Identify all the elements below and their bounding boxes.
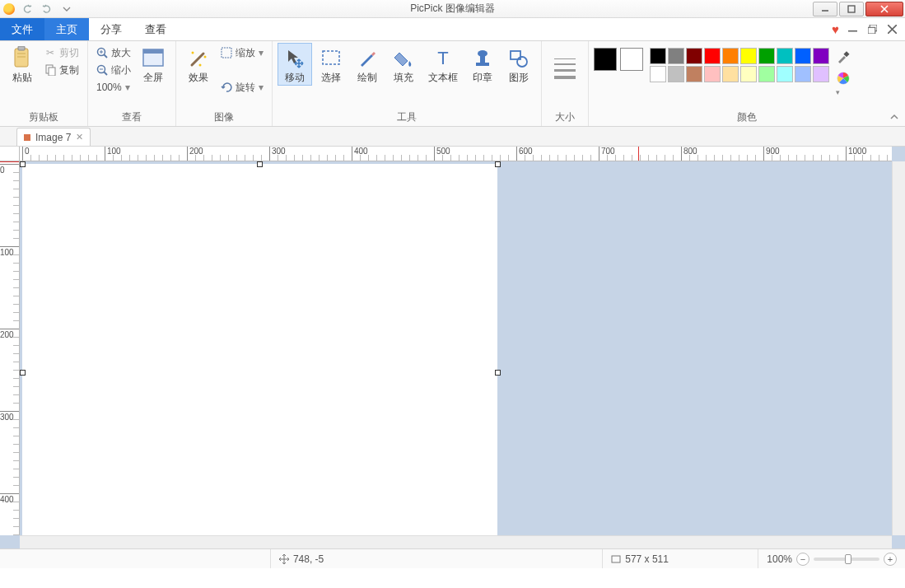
- palette-swatch[interactable]: [740, 48, 757, 64]
- svg-point-22: [199, 64, 202, 67]
- collapse-ribbon-button[interactable]: [889, 111, 900, 123]
- handle-nw[interactable]: [20, 161, 26, 167]
- resize-button[interactable]: 缩放 ▾: [217, 44, 267, 61]
- eyedropper-button[interactable]: [836, 49, 851, 64]
- palette-swatch[interactable]: [777, 66, 793, 82]
- svg-rect-1: [848, 6, 855, 12]
- close-button[interactable]: [865, 2, 903, 16]
- window-title: PicPick 图像编辑器: [0, 2, 905, 16]
- maximize-button[interactable]: [839, 2, 864, 16]
- qat-dropdown[interactable]: [59, 2, 74, 16]
- palette-swatch[interactable]: [722, 48, 739, 64]
- svg-point-21: [204, 56, 207, 58]
- ruler-horizontal[interactable]: 01002003004005006007008009001000: [20, 147, 892, 161]
- svg-point-30: [478, 50, 487, 57]
- palette-swatch[interactable]: [668, 48, 684, 64]
- ruler-vertical[interactable]: 0100200300400: [0, 161, 20, 535]
- zoom-100-button[interactable]: 100% ▾: [93, 79, 134, 96]
- dimensions-icon: [611, 554, 621, 564]
- zoom-out-btn[interactable]: −: [796, 553, 809, 566]
- tab-home[interactable]: 主页: [44, 18, 89, 40]
- svg-line-16: [104, 72, 107, 75]
- scrollbar-horizontal[interactable]: [20, 535, 892, 548]
- rotate-button[interactable]: 旋转 ▾: [217, 79, 267, 96]
- ribbon-tabs: 文件 主页 分享 查看 ♥: [0, 18, 905, 41]
- move-tool[interactable]: 移动: [278, 43, 312, 86]
- redo-button[interactable]: [40, 2, 54, 16]
- svg-rect-37: [612, 556, 620, 562]
- canvas[interactable]: [22, 164, 497, 535]
- shape-tool[interactable]: 图形: [501, 43, 536, 86]
- handle-e[interactable]: [495, 370, 501, 376]
- primary-color[interactable]: [594, 48, 617, 71]
- cut-button[interactable]: ✂剪切: [41, 44, 82, 61]
- palette-swatch[interactable]: [813, 66, 829, 82]
- paste-button[interactable]: 粘贴: [5, 43, 40, 86]
- svg-rect-33: [843, 51, 849, 57]
- effects-icon: [187, 47, 210, 70]
- app-close-button[interactable]: [885, 23, 898, 36]
- tab-share[interactable]: 分享: [89, 18, 133, 40]
- scrollbar-vertical[interactable]: [892, 161, 905, 535]
- group-image: 效果 缩放 ▾ 旋转 ▾ 图像: [176, 41, 273, 126]
- palette-swatch[interactable]: [795, 66, 811, 82]
- palette-swatch[interactable]: [686, 48, 702, 64]
- palette-swatch[interactable]: [777, 48, 793, 64]
- tab-close-button[interactable]: ✕: [76, 132, 83, 142]
- select-tool[interactable]: 选择: [314, 43, 348, 86]
- zoom-out-button[interactable]: 缩小: [93, 62, 134, 78]
- palette-swatch[interactable]: [795, 48, 811, 64]
- group-tools: 移动 选择 绘制 填充 T 文本框 印章: [273, 41, 542, 126]
- fullscreen-button[interactable]: 全屏: [136, 43, 170, 86]
- draw-tool[interactable]: 绘制: [350, 43, 385, 86]
- app-restore-button[interactable]: [865, 23, 879, 36]
- fill-tool[interactable]: 填充: [386, 43, 421, 86]
- palette-swatch[interactable]: [740, 66, 757, 82]
- undo-button[interactable]: [20, 2, 35, 16]
- color-wheel-button[interactable]: ▾: [836, 71, 851, 86]
- canvas-viewport[interactable]: [20, 161, 892, 535]
- text-tool[interactable]: T 文本框: [422, 43, 464, 86]
- palette-swatch[interactable]: [686, 66, 702, 82]
- palette-swatch[interactable]: [650, 48, 666, 64]
- handle-w[interactable]: [20, 370, 26, 376]
- stamp-tool[interactable]: 印章: [465, 43, 500, 86]
- copy-button[interactable]: 复制: [41, 62, 82, 78]
- zoom-in-btn[interactable]: +: [884, 553, 897, 566]
- palette-swatch[interactable]: [758, 48, 775, 64]
- palette-swatch[interactable]: [650, 66, 666, 82]
- zoom-slider-thumb[interactable]: [845, 554, 851, 564]
- status-dimensions: 577 x 511: [602, 549, 677, 568]
- svg-rect-7: [17, 53, 26, 54]
- palette-swatch[interactable]: [758, 66, 775, 82]
- zoom-in-button[interactable]: 放大: [93, 44, 134, 61]
- tab-view[interactable]: 查看: [133, 18, 178, 40]
- status-zoom: 100% − +: [758, 549, 905, 568]
- zoom-out-icon: [96, 64, 108, 76]
- effects-button[interactable]: 效果: [181, 43, 216, 86]
- palette-swatch[interactable]: [722, 66, 739, 82]
- palette-swatch[interactable]: [668, 66, 684, 82]
- line-size-button[interactable]: [547, 43, 583, 82]
- palette-swatch[interactable]: [704, 66, 721, 82]
- group-view: 放大 缩小 100% ▾ 全屏 查看: [88, 41, 176, 126]
- palette-swatch[interactable]: [704, 48, 721, 64]
- document-tab[interactable]: Image 7 ✕: [16, 128, 91, 146]
- svg-rect-26: [323, 51, 339, 64]
- heart-icon[interactable]: ♥: [832, 22, 839, 36]
- minimize-button[interactable]: [813, 2, 837, 16]
- palette-swatch[interactable]: [813, 48, 829, 64]
- svg-rect-19: [143, 49, 163, 54]
- handle-ne[interactable]: [495, 161, 501, 167]
- current-colors: [594, 48, 643, 71]
- app-minimize-button[interactable]: [846, 23, 859, 36]
- ribbon: 粘贴 ✂剪切 复制 剪贴板 放大 缩小 100% ▾ 全屏 查看: [0, 41, 905, 127]
- handle-n[interactable]: [257, 161, 263, 167]
- tab-file[interactable]: 文件: [0, 18, 44, 40]
- svg-line-12: [104, 54, 107, 58]
- ruler-corner: [0, 147, 20, 161]
- zoom-slider[interactable]: [814, 558, 879, 561]
- resize-icon: [221, 47, 232, 58]
- secondary-color[interactable]: [620, 48, 643, 71]
- svg-rect-23: [222, 48, 231, 58]
